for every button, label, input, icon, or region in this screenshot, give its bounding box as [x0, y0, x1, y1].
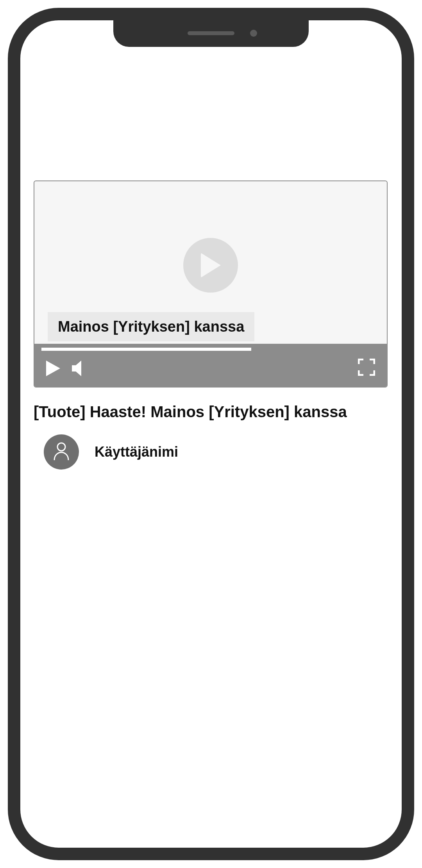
progress-bar[interactable]: [41, 348, 380, 351]
play-overlay-button[interactable]: [183, 238, 238, 293]
video-controls-bar: [34, 344, 387, 387]
play-button[interactable]: [46, 361, 60, 377]
video-area[interactable]: Mainos [Yrityksen] kanssa: [34, 181, 387, 345]
play-icon: [46, 371, 60, 377]
play-icon: [199, 252, 222, 279]
fullscreen-icon: [358, 371, 375, 377]
ad-label: Mainos [Yrityksen] kanssa: [48, 312, 254, 341]
screen: Mainos [Yrityksen] kanssa: [20, 20, 402, 848]
user-icon: [53, 441, 70, 463]
progress-fill: [41, 348, 251, 351]
volume-button[interactable]: [72, 361, 86, 377]
avatar[interactable]: [44, 434, 79, 470]
svg-point-0: [57, 443, 65, 451]
volume-icon: [72, 371, 86, 377]
phone-frame: Mainos [Yrityksen] kanssa: [8, 8, 414, 860]
channel-row[interactable]: Käyttäjänimi: [44, 434, 178, 470]
fullscreen-button[interactable]: [358, 359, 375, 377]
channel-username[interactable]: Käyttäjänimi: [95, 444, 178, 460]
video-player: Mainos [Yrityksen] kanssa: [34, 180, 388, 388]
video-title: [Tuote] Haaste! Mainos [Yrityksen] kanss…: [34, 403, 388, 421]
